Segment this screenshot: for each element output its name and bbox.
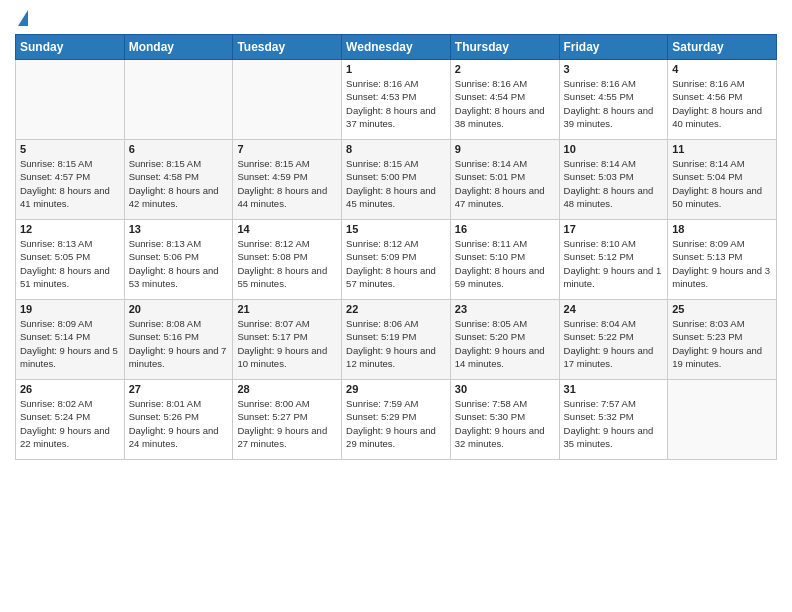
day-info: Sunrise: 8:08 AM Sunset: 5:16 PM Dayligh… bbox=[129, 317, 229, 370]
weekday-header-sunday: Sunday bbox=[16, 35, 125, 60]
day-number: 30 bbox=[455, 383, 555, 395]
day-cell: 25Sunrise: 8:03 AM Sunset: 5:23 PM Dayli… bbox=[668, 300, 777, 380]
day-cell: 12Sunrise: 8:13 AM Sunset: 5:05 PM Dayli… bbox=[16, 220, 125, 300]
day-number: 26 bbox=[20, 383, 120, 395]
day-number: 21 bbox=[237, 303, 337, 315]
day-cell: 30Sunrise: 7:58 AM Sunset: 5:30 PM Dayli… bbox=[450, 380, 559, 460]
day-info: Sunrise: 7:57 AM Sunset: 5:32 PM Dayligh… bbox=[564, 397, 664, 450]
day-number: 29 bbox=[346, 383, 446, 395]
week-row-4: 19Sunrise: 8:09 AM Sunset: 5:14 PM Dayli… bbox=[16, 300, 777, 380]
weekday-header-thursday: Thursday bbox=[450, 35, 559, 60]
day-cell: 26Sunrise: 8:02 AM Sunset: 5:24 PM Dayli… bbox=[16, 380, 125, 460]
calendar-body: 1Sunrise: 8:16 AM Sunset: 4:53 PM Daylig… bbox=[16, 60, 777, 460]
day-cell: 7Sunrise: 8:15 AM Sunset: 4:59 PM Daylig… bbox=[233, 140, 342, 220]
logo-blue bbox=[15, 10, 28, 26]
calendar-table: SundayMondayTuesdayWednesdayThursdayFrid… bbox=[15, 34, 777, 460]
day-info: Sunrise: 8:14 AM Sunset: 5:01 PM Dayligh… bbox=[455, 157, 555, 210]
day-info: Sunrise: 8:05 AM Sunset: 5:20 PM Dayligh… bbox=[455, 317, 555, 370]
page: SundayMondayTuesdayWednesdayThursdayFrid… bbox=[0, 0, 792, 612]
day-number: 5 bbox=[20, 143, 120, 155]
day-info: Sunrise: 8:09 AM Sunset: 5:14 PM Dayligh… bbox=[20, 317, 120, 370]
day-info: Sunrise: 8:11 AM Sunset: 5:10 PM Dayligh… bbox=[455, 237, 555, 290]
day-info: Sunrise: 8:00 AM Sunset: 5:27 PM Dayligh… bbox=[237, 397, 337, 450]
day-cell: 19Sunrise: 8:09 AM Sunset: 5:14 PM Dayli… bbox=[16, 300, 125, 380]
day-number: 7 bbox=[237, 143, 337, 155]
day-cell: 3Sunrise: 8:16 AM Sunset: 4:55 PM Daylig… bbox=[559, 60, 668, 140]
day-number: 18 bbox=[672, 223, 772, 235]
day-cell: 4Sunrise: 8:16 AM Sunset: 4:56 PM Daylig… bbox=[668, 60, 777, 140]
logo-triangle-icon bbox=[18, 10, 28, 26]
week-row-2: 5Sunrise: 8:15 AM Sunset: 4:57 PM Daylig… bbox=[16, 140, 777, 220]
day-number: 10 bbox=[564, 143, 664, 155]
weekday-header-wednesday: Wednesday bbox=[342, 35, 451, 60]
day-cell bbox=[124, 60, 233, 140]
day-info: Sunrise: 8:15 AM Sunset: 4:58 PM Dayligh… bbox=[129, 157, 229, 210]
day-info: Sunrise: 8:16 AM Sunset: 4:54 PM Dayligh… bbox=[455, 77, 555, 130]
day-cell: 20Sunrise: 8:08 AM Sunset: 5:16 PM Dayli… bbox=[124, 300, 233, 380]
day-number: 27 bbox=[129, 383, 229, 395]
day-info: Sunrise: 8:10 AM Sunset: 5:12 PM Dayligh… bbox=[564, 237, 664, 290]
day-info: Sunrise: 8:14 AM Sunset: 5:04 PM Dayligh… bbox=[672, 157, 772, 210]
day-number: 14 bbox=[237, 223, 337, 235]
logo bbox=[15, 10, 28, 26]
day-info: Sunrise: 8:15 AM Sunset: 4:59 PM Dayligh… bbox=[237, 157, 337, 210]
day-cell: 17Sunrise: 8:10 AM Sunset: 5:12 PM Dayli… bbox=[559, 220, 668, 300]
day-number: 31 bbox=[564, 383, 664, 395]
day-info: Sunrise: 8:13 AM Sunset: 5:06 PM Dayligh… bbox=[129, 237, 229, 290]
day-cell: 15Sunrise: 8:12 AM Sunset: 5:09 PM Dayli… bbox=[342, 220, 451, 300]
day-number: 16 bbox=[455, 223, 555, 235]
day-number: 24 bbox=[564, 303, 664, 315]
day-info: Sunrise: 8:03 AM Sunset: 5:23 PM Dayligh… bbox=[672, 317, 772, 370]
day-cell: 5Sunrise: 8:15 AM Sunset: 4:57 PM Daylig… bbox=[16, 140, 125, 220]
day-cell: 10Sunrise: 8:14 AM Sunset: 5:03 PM Dayli… bbox=[559, 140, 668, 220]
day-info: Sunrise: 8:09 AM Sunset: 5:13 PM Dayligh… bbox=[672, 237, 772, 290]
day-number: 15 bbox=[346, 223, 446, 235]
day-number: 4 bbox=[672, 63, 772, 75]
day-cell: 8Sunrise: 8:15 AM Sunset: 5:00 PM Daylig… bbox=[342, 140, 451, 220]
day-number: 28 bbox=[237, 383, 337, 395]
day-number: 19 bbox=[20, 303, 120, 315]
day-number: 6 bbox=[129, 143, 229, 155]
week-row-5: 26Sunrise: 8:02 AM Sunset: 5:24 PM Dayli… bbox=[16, 380, 777, 460]
day-number: 8 bbox=[346, 143, 446, 155]
day-cell: 22Sunrise: 8:06 AM Sunset: 5:19 PM Dayli… bbox=[342, 300, 451, 380]
day-number: 17 bbox=[564, 223, 664, 235]
day-info: Sunrise: 8:16 AM Sunset: 4:53 PM Dayligh… bbox=[346, 77, 446, 130]
day-info: Sunrise: 8:15 AM Sunset: 4:57 PM Dayligh… bbox=[20, 157, 120, 210]
day-info: Sunrise: 8:16 AM Sunset: 4:55 PM Dayligh… bbox=[564, 77, 664, 130]
weekday-header-friday: Friday bbox=[559, 35, 668, 60]
day-number: 11 bbox=[672, 143, 772, 155]
day-cell: 18Sunrise: 8:09 AM Sunset: 5:13 PM Dayli… bbox=[668, 220, 777, 300]
day-info: Sunrise: 8:04 AM Sunset: 5:22 PM Dayligh… bbox=[564, 317, 664, 370]
day-cell: 13Sunrise: 8:13 AM Sunset: 5:06 PM Dayli… bbox=[124, 220, 233, 300]
day-info: Sunrise: 7:58 AM Sunset: 5:30 PM Dayligh… bbox=[455, 397, 555, 450]
day-cell: 31Sunrise: 7:57 AM Sunset: 5:32 PM Dayli… bbox=[559, 380, 668, 460]
day-info: Sunrise: 8:01 AM Sunset: 5:26 PM Dayligh… bbox=[129, 397, 229, 450]
day-cell bbox=[16, 60, 125, 140]
day-cell: 29Sunrise: 7:59 AM Sunset: 5:29 PM Dayli… bbox=[342, 380, 451, 460]
day-info: Sunrise: 8:16 AM Sunset: 4:56 PM Dayligh… bbox=[672, 77, 772, 130]
weekday-header-tuesday: Tuesday bbox=[233, 35, 342, 60]
day-number: 22 bbox=[346, 303, 446, 315]
day-cell: 2Sunrise: 8:16 AM Sunset: 4:54 PM Daylig… bbox=[450, 60, 559, 140]
day-number: 3 bbox=[564, 63, 664, 75]
day-cell: 14Sunrise: 8:12 AM Sunset: 5:08 PM Dayli… bbox=[233, 220, 342, 300]
header bbox=[15, 10, 777, 26]
weekday-header-saturday: Saturday bbox=[668, 35, 777, 60]
day-info: Sunrise: 7:59 AM Sunset: 5:29 PM Dayligh… bbox=[346, 397, 446, 450]
day-cell: 24Sunrise: 8:04 AM Sunset: 5:22 PM Dayli… bbox=[559, 300, 668, 380]
day-number: 23 bbox=[455, 303, 555, 315]
day-info: Sunrise: 8:14 AM Sunset: 5:03 PM Dayligh… bbox=[564, 157, 664, 210]
calendar-header: SundayMondayTuesdayWednesdayThursdayFrid… bbox=[16, 35, 777, 60]
day-info: Sunrise: 8:02 AM Sunset: 5:24 PM Dayligh… bbox=[20, 397, 120, 450]
week-row-1: 1Sunrise: 8:16 AM Sunset: 4:53 PM Daylig… bbox=[16, 60, 777, 140]
day-number: 20 bbox=[129, 303, 229, 315]
day-cell: 11Sunrise: 8:14 AM Sunset: 5:04 PM Dayli… bbox=[668, 140, 777, 220]
weekday-header-monday: Monday bbox=[124, 35, 233, 60]
weekday-row: SundayMondayTuesdayWednesdayThursdayFrid… bbox=[16, 35, 777, 60]
day-cell bbox=[233, 60, 342, 140]
day-number: 25 bbox=[672, 303, 772, 315]
day-cell: 16Sunrise: 8:11 AM Sunset: 5:10 PM Dayli… bbox=[450, 220, 559, 300]
day-info: Sunrise: 8:15 AM Sunset: 5:00 PM Dayligh… bbox=[346, 157, 446, 210]
day-number: 12 bbox=[20, 223, 120, 235]
